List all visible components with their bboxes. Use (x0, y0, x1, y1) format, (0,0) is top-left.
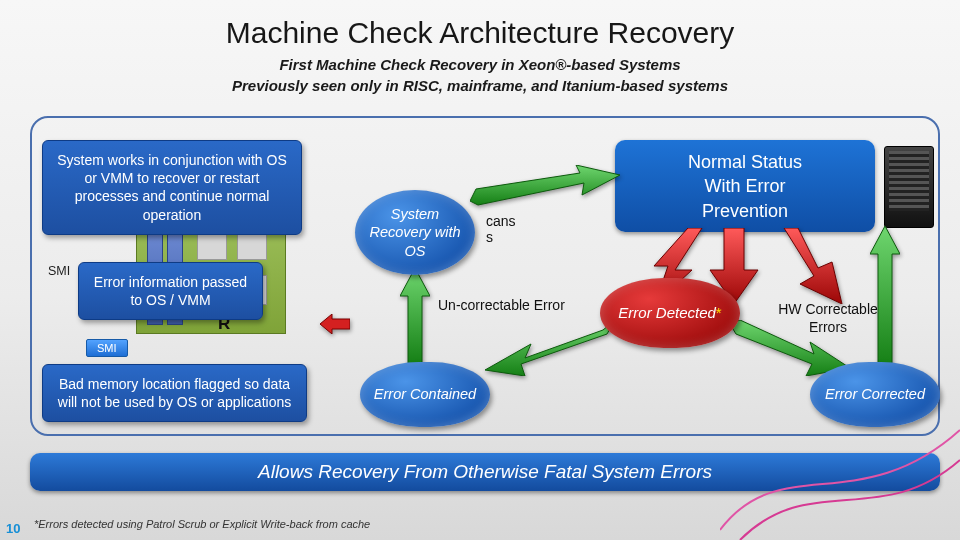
smi-label-outer: SMI (48, 264, 70, 278)
svg-marker-6 (870, 226, 900, 366)
bubble-error-corrected-text: Error Corrected (825, 385, 925, 403)
callout-bad-memory: Bad memory location flagged so data will… (42, 364, 307, 422)
status-line3: Prevention (615, 199, 875, 223)
bubble-error-contained-text: Error Contained (374, 385, 476, 403)
svg-marker-5 (730, 320, 850, 376)
subtitle-line-2: Previously seen only in RISC, mainframe,… (0, 77, 960, 94)
red-arrow-left-icon (320, 314, 350, 334)
bubble-system-recovery-text: System Recovery with OS (361, 205, 469, 259)
bubble-error-corrected: Error Corrected (810, 362, 940, 427)
green-arrow-icon (870, 226, 900, 366)
footnote-text: *Errors detected using Patrol Scrub or E… (34, 518, 370, 530)
status-line2: With Error (615, 174, 875, 198)
green-arrow-icon (400, 268, 430, 364)
page-number: 10 (6, 521, 20, 536)
svg-marker-4 (400, 268, 430, 364)
conclusion-banner: Allows Recovery From Otherwise Fatal Sys… (30, 453, 940, 491)
smi-badge-inner: SMI (86, 339, 128, 357)
svg-marker-8 (320, 314, 350, 334)
red-arrow-icon (770, 228, 850, 304)
callout-system-works: System works in conjunction with OS or V… (42, 140, 302, 235)
green-arrow-icon (470, 165, 620, 215)
svg-marker-7 (470, 165, 620, 205)
green-arrow-icon (485, 320, 615, 376)
normal-status-box: Normal Status With Error Prevention (615, 140, 875, 232)
asterisk-marker: * (716, 304, 722, 323)
bubble-system-recovery: System Recovery with OS (355, 190, 475, 275)
subtitle-line-1: First Machine Check Recovery in Xeon®-ba… (0, 56, 960, 73)
label-uncorrectable: Un-correctable Error (438, 297, 565, 313)
partial-label-scans: cans s (486, 213, 516, 245)
bubble-error-contained: Error Contained (360, 362, 490, 427)
server-rack-icon (884, 146, 934, 228)
callout-error-info: Error information passed to OS / VMM (78, 262, 263, 320)
bubble-error-detected-text: Error Detected (618, 304, 716, 323)
bubble-error-detected: Error Detected* (600, 278, 740, 348)
status-line1: Normal Status (615, 150, 875, 174)
svg-marker-3 (485, 320, 615, 376)
svg-marker-2 (784, 228, 842, 304)
page-title: Machine Check Architecture Recovery (0, 0, 960, 50)
green-arrow-icon (730, 320, 850, 376)
